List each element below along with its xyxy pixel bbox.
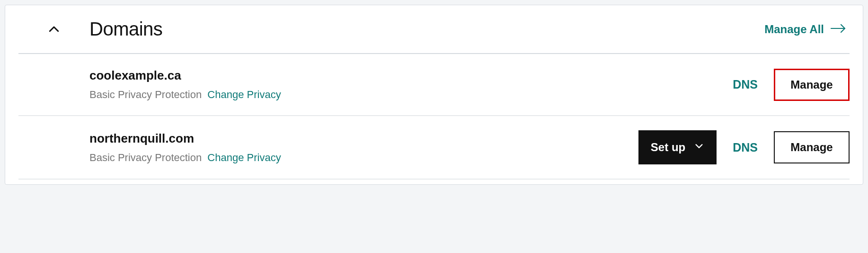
- domain-name: northernquill.com: [89, 131, 638, 146]
- domain-row: coolexample.ca Basic Privacy Protection …: [18, 54, 850, 116]
- domain-row: northernquill.com Basic Privacy Protecti…: [18, 116, 850, 180]
- change-privacy-link[interactable]: Change Privacy: [207, 89, 281, 100]
- manage-button[interactable]: Manage: [774, 131, 850, 163]
- domains-panel: Domains Manage All coolexample.ca Basic …: [5, 5, 863, 185]
- setup-label: Set up: [651, 141, 685, 154]
- manage-all-label: Manage All: [764, 23, 824, 36]
- chevron-down-icon: [694, 141, 704, 154]
- section-title: Domains: [89, 18, 764, 40]
- panel-header: Domains Manage All: [18, 13, 850, 54]
- dns-link[interactable]: DNS: [733, 78, 758, 91]
- privacy-line: Basic Privacy Protection Change Privacy: [89, 89, 733, 101]
- manage-all-link[interactable]: Manage All: [764, 23, 847, 36]
- domain-name: coolexample.ca: [89, 68, 733, 83]
- domain-info: coolexample.ca Basic Privacy Protection …: [89, 68, 733, 101]
- setup-button[interactable]: Set up: [638, 130, 717, 164]
- privacy-text: Basic Privacy Protection: [89, 152, 202, 163]
- manage-button[interactable]: Manage: [774, 69, 850, 101]
- row-actions: Set up DNS Manage: [638, 130, 850, 164]
- change-privacy-link[interactable]: Change Privacy: [207, 152, 281, 163]
- privacy-line: Basic Privacy Protection Change Privacy: [89, 152, 638, 164]
- privacy-text: Basic Privacy Protection: [89, 89, 202, 100]
- row-actions: DNS Manage: [733, 69, 850, 101]
- dns-link[interactable]: DNS: [733, 141, 758, 154]
- chevron-up-icon: [47, 22, 61, 36]
- collapse-toggle[interactable]: [18, 22, 89, 36]
- arrow-right-icon: [831, 23, 847, 36]
- domain-info: northernquill.com Basic Privacy Protecti…: [89, 131, 638, 164]
